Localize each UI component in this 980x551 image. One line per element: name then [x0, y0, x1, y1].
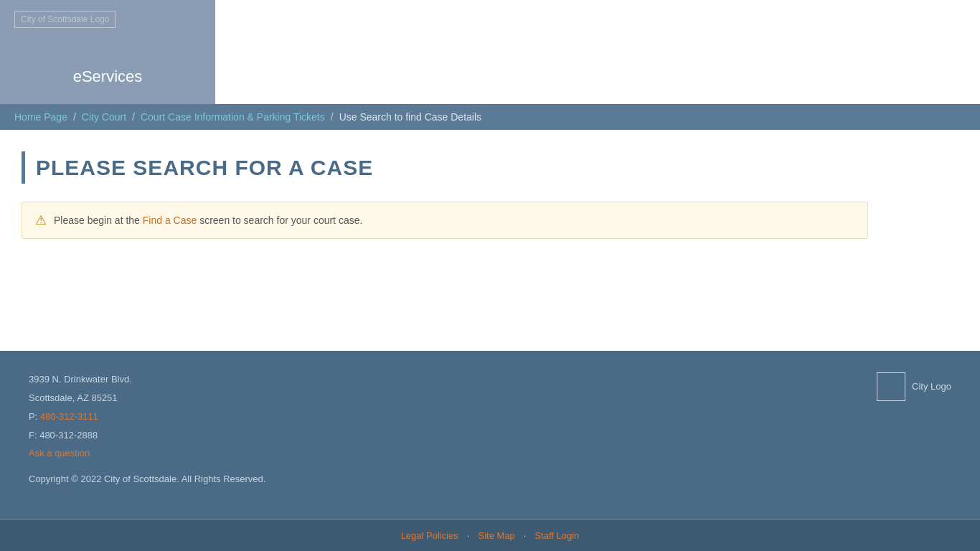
footer: 3939 N. Drinkwater Blvd. Scottsdale, AZ … [0, 351, 980, 519]
breadcrumb-separator-2: / [132, 111, 135, 123]
bottom-nav-dot-2: · [524, 530, 527, 541]
breadcrumb-city-court[interactable]: City Court [82, 111, 126, 123]
bottom-nav: Legal Policies · Site Map · Staff Login [0, 519, 980, 551]
breadcrumb: Home Page / City Court / Court Case Info… [0, 104, 980, 130]
header-logo-area: City of Scottsdale Logo eServices [0, 0, 215, 104]
page-title-container: PLEASE SEARCH FOR A CASE [22, 151, 958, 184]
city-logo: City of Scottsdale Logo [14, 11, 116, 28]
footer-phone-label: P: [29, 411, 37, 422]
footer-copyright: Copyright © 2022 City of Scottsdale. All… [29, 472, 265, 487]
legal-policies-link[interactable]: Legal Policies [401, 530, 458, 541]
footer-address-line1: 3939 N. Drinkwater Blvd. [29, 372, 265, 387]
alert-prefix: Please begin at the [54, 215, 140, 226]
alert-suffix: screen to search for your court case. [199, 215, 362, 226]
footer-main: 3939 N. Drinkwater Blvd. Scottsdale, AZ … [29, 372, 951, 487]
breadcrumb-current: Use Search to find Case Details [339, 111, 481, 123]
footer-address: 3939 N. Drinkwater Blvd. Scottsdale, AZ … [29, 372, 265, 487]
bottom-nav-dot-1: · [467, 530, 470, 541]
footer-city-logo-text: City Logo [912, 381, 951, 392]
alert-box: ⚠ Please begin at the Find a Case screen… [22, 202, 868, 239]
main-content: PLEASE SEARCH FOR A CASE ⚠ Please begin … [0, 130, 980, 351]
alert-message: Please begin at the Find a Case screen t… [54, 213, 362, 228]
eservices-label: eServices [14, 67, 201, 86]
page-title: PLEASE SEARCH FOR A CASE [36, 156, 373, 180]
footer-fax: F: 480-312-2888 [29, 428, 265, 443]
find-a-case-link[interactable]: Find a Case [143, 215, 197, 226]
footer-address-line2: Scottsdale, AZ 85251 [29, 391, 265, 406]
breadcrumb-home[interactable]: Home Page [14, 111, 67, 123]
footer-phone: P: 480-312-3111 [29, 410, 265, 425]
staff-login-link[interactable]: Staff Login [534, 530, 579, 541]
title-border-decoration [22, 151, 25, 184]
header-right [215, 0, 980, 104]
footer-city-logo: City Logo [877, 372, 951, 401]
info-icon: ⚠ [35, 212, 47, 228]
breadcrumb-separator-1: / [73, 111, 76, 123]
breadcrumb-court-case[interactable]: Court Case Information & Parking Tickets [141, 111, 325, 123]
footer-logo-box [877, 372, 905, 401]
site-map-link[interactable]: Site Map [478, 530, 514, 541]
footer-ask-question: Ask a question [29, 446, 265, 461]
footer-right: City Logo [877, 372, 951, 487]
footer-phone-number[interactable]: 480-312-3111 [40, 411, 98, 422]
breadcrumb-separator-3: / [331, 111, 334, 123]
header: City of Scottsdale Logo eServices [0, 0, 980, 104]
ask-question-link[interactable]: Ask a question [29, 448, 90, 458]
